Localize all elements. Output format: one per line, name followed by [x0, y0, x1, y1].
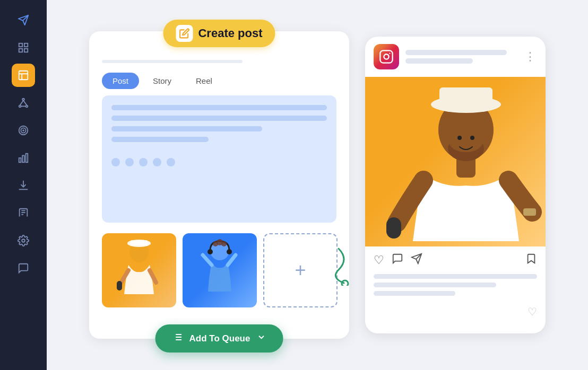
create-post-panel: Create post Post Story Reel	[89, 31, 349, 339]
preview-header: ⋮	[365, 37, 546, 77]
ig-name-line-1	[405, 50, 507, 55]
content-line-4	[111, 137, 209, 142]
svg-rect-52	[386, 217, 401, 239]
content-line-1	[111, 105, 327, 110]
connector-svg	[333, 243, 365, 286]
svg-rect-46	[380, 50, 392, 63]
caption-line-2	[374, 283, 496, 287]
preview-main-image	[365, 77, 546, 246]
dot-3	[139, 158, 148, 166]
sidebar	[0, 0, 47, 370]
svg-rect-27	[131, 240, 148, 245]
queue-icon	[172, 332, 183, 345]
sidebar-item-dashboard[interactable]	[12, 36, 35, 59]
tab-post[interactable]: Post	[102, 73, 139, 89]
sidebar-item-library[interactable]	[12, 201, 35, 225]
dot-2	[125, 158, 134, 166]
svg-point-32	[207, 249, 213, 254]
main-content: Create post Post Story Reel	[47, 0, 588, 370]
bookmark-icon[interactable]	[525, 253, 537, 268]
ig-name-area	[405, 50, 518, 64]
thumbnails-row: +	[102, 233, 336, 307]
create-post-icon	[176, 25, 193, 42]
svg-line-12	[20, 100, 23, 105]
caption-area	[365, 274, 546, 302]
svg-point-17	[23, 130, 24, 131]
svg-rect-6	[19, 71, 28, 80]
create-post-title: Create post	[198, 27, 262, 40]
svg-line-38	[228, 255, 236, 265]
svg-point-56	[457, 136, 462, 140]
action-row: ♡	[365, 246, 546, 274]
sidebar-item-analytics[interactable]	[12, 146, 35, 170]
svg-rect-4	[19, 49, 22, 52]
svg-rect-2	[19, 43, 22, 47]
sidebar-item-support[interactable]	[12, 257, 35, 280]
svg-point-9	[22, 99, 24, 101]
svg-rect-50	[439, 87, 492, 108]
svg-line-13	[23, 100, 27, 105]
dot-5	[167, 158, 175, 166]
svg-point-57	[470, 136, 474, 140]
preview-more-icon[interactable]: ⋮	[524, 51, 537, 63]
svg-point-36	[221, 241, 227, 246]
post-content-area	[102, 95, 336, 223]
progress-bar	[102, 60, 243, 63]
sidebar-item-send[interactable]	[12, 8, 35, 32]
chevron-down-icon	[256, 332, 266, 345]
sidebar-item-posts[interactable]	[12, 64, 35, 87]
share-icon[interactable]	[411, 253, 422, 268]
sidebar-item-target[interactable]	[12, 119, 35, 142]
add-icon: +	[295, 259, 306, 281]
heart-icon[interactable]: ♡	[374, 253, 384, 267]
thumbnail-singer[interactable]	[102, 233, 176, 307]
svg-rect-20	[26, 154, 28, 163]
svg-point-11	[26, 105, 28, 108]
svg-rect-18	[19, 158, 21, 162]
dots-row	[111, 158, 327, 166]
svg-rect-3	[24, 43, 28, 47]
tabs-container: Post Story Reel	[102, 73, 336, 89]
svg-rect-5	[24, 49, 28, 52]
add-to-queue-button[interactable]: Add To Queue	[155, 324, 283, 353]
svg-point-24	[22, 239, 25, 242]
svg-line-37	[203, 255, 212, 265]
content-line-2	[111, 116, 327, 121]
ig-name-line-2	[405, 58, 473, 64]
sidebar-item-download[interactable]	[12, 174, 35, 197]
tab-reel[interactable]: Reel	[185, 73, 223, 89]
dot-1	[111, 158, 120, 166]
instagram-logo	[374, 44, 399, 69]
caption-line-1	[374, 274, 537, 279]
sidebar-item-network[interactable]	[12, 91, 35, 114]
content-line-3	[111, 126, 262, 131]
create-post-header: Create post	[163, 20, 275, 47]
svg-point-10	[19, 105, 21, 108]
bottom-like-area: ♡	[365, 302, 546, 325]
dot-4	[153, 158, 161, 166]
svg-rect-29	[117, 281, 122, 290]
tab-story[interactable]: Story	[142, 73, 182, 89]
add-queue-label: Add To Queue	[189, 333, 250, 344]
svg-rect-53	[523, 208, 536, 216]
thumbnail-add-button[interactable]: +	[263, 233, 338, 307]
caption-line-3	[374, 291, 455, 296]
preview-panel: ⋮	[365, 37, 546, 333]
bottom-heart-icon[interactable]: ♡	[528, 305, 537, 318]
svg-point-39	[342, 280, 348, 286]
svg-point-33	[227, 249, 232, 254]
comment-icon[interactable]	[392, 253, 403, 268]
sidebar-item-settings[interactable]	[12, 229, 35, 252]
svg-rect-19	[22, 155, 24, 162]
thumbnail-dancer[interactable]	[183, 233, 257, 307]
